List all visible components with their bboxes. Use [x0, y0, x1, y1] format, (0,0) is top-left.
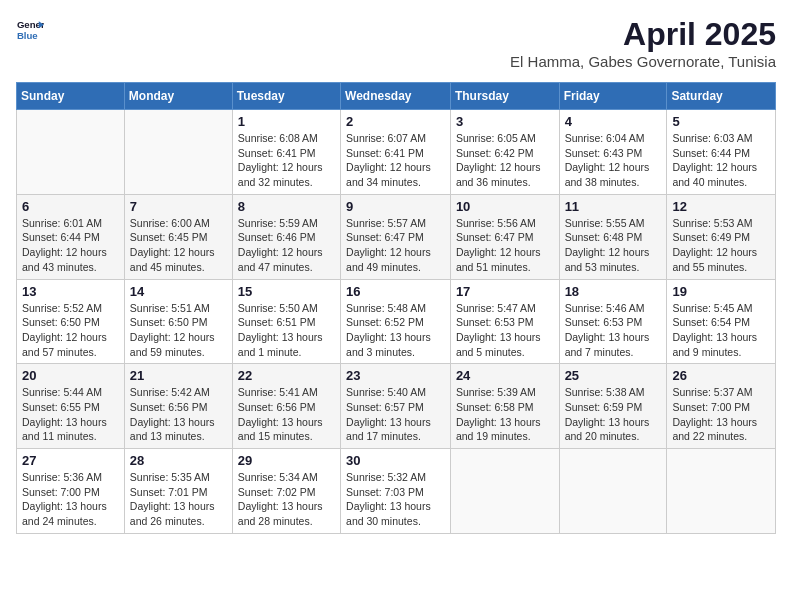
- calendar-cell: 29Sunrise: 5:34 AM Sunset: 7:02 PM Dayli…: [232, 449, 340, 534]
- page-header: General Blue April 2025 El Hamma, Gabes …: [16, 16, 776, 70]
- day-info: Sunrise: 5:35 AM Sunset: 7:01 PM Dayligh…: [130, 470, 227, 529]
- calendar-cell: 16Sunrise: 5:48 AM Sunset: 6:52 PM Dayli…: [341, 279, 451, 364]
- day-number: 8: [238, 199, 335, 214]
- day-info: Sunrise: 5:46 AM Sunset: 6:53 PM Dayligh…: [565, 301, 662, 360]
- calendar-cell: 22Sunrise: 5:41 AM Sunset: 6:56 PM Dayli…: [232, 364, 340, 449]
- day-info: Sunrise: 5:38 AM Sunset: 6:59 PM Dayligh…: [565, 385, 662, 444]
- calendar-cell: 7Sunrise: 6:00 AM Sunset: 6:45 PM Daylig…: [124, 194, 232, 279]
- day-info: Sunrise: 6:07 AM Sunset: 6:41 PM Dayligh…: [346, 131, 445, 190]
- day-number: 28: [130, 453, 227, 468]
- day-number: 23: [346, 368, 445, 383]
- day-info: Sunrise: 5:48 AM Sunset: 6:52 PM Dayligh…: [346, 301, 445, 360]
- day-number: 4: [565, 114, 662, 129]
- calendar-cell: 1Sunrise: 6:08 AM Sunset: 6:41 PM Daylig…: [232, 110, 340, 195]
- day-info: Sunrise: 6:01 AM Sunset: 6:44 PM Dayligh…: [22, 216, 119, 275]
- calendar-cell: 2Sunrise: 6:07 AM Sunset: 6:41 PM Daylig…: [341, 110, 451, 195]
- day-number: 16: [346, 284, 445, 299]
- day-info: Sunrise: 5:41 AM Sunset: 6:56 PM Dayligh…: [238, 385, 335, 444]
- day-info: Sunrise: 6:00 AM Sunset: 6:45 PM Dayligh…: [130, 216, 227, 275]
- day-number: 2: [346, 114, 445, 129]
- day-number: 12: [672, 199, 770, 214]
- day-info: Sunrise: 5:52 AM Sunset: 6:50 PM Dayligh…: [22, 301, 119, 360]
- day-info: Sunrise: 5:47 AM Sunset: 6:53 PM Dayligh…: [456, 301, 554, 360]
- day-info: Sunrise: 5:59 AM Sunset: 6:46 PM Dayligh…: [238, 216, 335, 275]
- calendar-subtitle: El Hamma, Gabes Governorate, Tunisia: [510, 53, 776, 70]
- calendar-cell: 13Sunrise: 5:52 AM Sunset: 6:50 PM Dayli…: [17, 279, 125, 364]
- day-info: Sunrise: 5:50 AM Sunset: 6:51 PM Dayligh…: [238, 301, 335, 360]
- col-header-tuesday: Tuesday: [232, 83, 340, 110]
- calendar-cell: 24Sunrise: 5:39 AM Sunset: 6:58 PM Dayli…: [450, 364, 559, 449]
- calendar-cell: 5Sunrise: 6:03 AM Sunset: 6:44 PM Daylig…: [667, 110, 776, 195]
- calendar-cell: 8Sunrise: 5:59 AM Sunset: 6:46 PM Daylig…: [232, 194, 340, 279]
- calendar-cell: 27Sunrise: 5:36 AM Sunset: 7:00 PM Dayli…: [17, 449, 125, 534]
- day-number: 18: [565, 284, 662, 299]
- day-info: Sunrise: 5:56 AM Sunset: 6:47 PM Dayligh…: [456, 216, 554, 275]
- calendar-cell: 10Sunrise: 5:56 AM Sunset: 6:47 PM Dayli…: [450, 194, 559, 279]
- calendar-cell: 18Sunrise: 5:46 AM Sunset: 6:53 PM Dayli…: [559, 279, 667, 364]
- day-number: 11: [565, 199, 662, 214]
- day-info: Sunrise: 5:39 AM Sunset: 6:58 PM Dayligh…: [456, 385, 554, 444]
- calendar-cell: 6Sunrise: 6:01 AM Sunset: 6:44 PM Daylig…: [17, 194, 125, 279]
- day-number: 27: [22, 453, 119, 468]
- day-info: Sunrise: 5:51 AM Sunset: 6:50 PM Dayligh…: [130, 301, 227, 360]
- calendar-cell: 28Sunrise: 5:35 AM Sunset: 7:01 PM Dayli…: [124, 449, 232, 534]
- calendar-cell: [17, 110, 125, 195]
- day-info: Sunrise: 5:37 AM Sunset: 7:00 PM Dayligh…: [672, 385, 770, 444]
- col-header-wednesday: Wednesday: [341, 83, 451, 110]
- logo: General Blue: [16, 16, 48, 44]
- calendar-cell: 25Sunrise: 5:38 AM Sunset: 6:59 PM Dayli…: [559, 364, 667, 449]
- col-header-saturday: Saturday: [667, 83, 776, 110]
- day-number: 19: [672, 284, 770, 299]
- col-header-friday: Friday: [559, 83, 667, 110]
- day-info: Sunrise: 5:32 AM Sunset: 7:03 PM Dayligh…: [346, 470, 445, 529]
- calendar-week-4: 20Sunrise: 5:44 AM Sunset: 6:55 PM Dayli…: [17, 364, 776, 449]
- calendar-week-3: 13Sunrise: 5:52 AM Sunset: 6:50 PM Dayli…: [17, 279, 776, 364]
- calendar-week-1: 1Sunrise: 6:08 AM Sunset: 6:41 PM Daylig…: [17, 110, 776, 195]
- day-number: 1: [238, 114, 335, 129]
- calendar-cell: 15Sunrise: 5:50 AM Sunset: 6:51 PM Dayli…: [232, 279, 340, 364]
- calendar-table: SundayMondayTuesdayWednesdayThursdayFrid…: [16, 82, 776, 534]
- day-number: 17: [456, 284, 554, 299]
- day-number: 10: [456, 199, 554, 214]
- col-header-monday: Monday: [124, 83, 232, 110]
- calendar-cell: 20Sunrise: 5:44 AM Sunset: 6:55 PM Dayli…: [17, 364, 125, 449]
- day-number: 6: [22, 199, 119, 214]
- day-number: 24: [456, 368, 554, 383]
- calendar-cell: [559, 449, 667, 534]
- day-number: 22: [238, 368, 335, 383]
- day-number: 26: [672, 368, 770, 383]
- col-header-thursday: Thursday: [450, 83, 559, 110]
- day-info: Sunrise: 5:44 AM Sunset: 6:55 PM Dayligh…: [22, 385, 119, 444]
- calendar-cell: 14Sunrise: 5:51 AM Sunset: 6:50 PM Dayli…: [124, 279, 232, 364]
- day-number: 7: [130, 199, 227, 214]
- calendar-cell: [667, 449, 776, 534]
- title-block: April 2025 El Hamma, Gabes Governorate, …: [510, 16, 776, 70]
- calendar-week-5: 27Sunrise: 5:36 AM Sunset: 7:00 PM Dayli…: [17, 449, 776, 534]
- day-number: 29: [238, 453, 335, 468]
- logo-icon: General Blue: [16, 16, 44, 44]
- day-info: Sunrise: 5:36 AM Sunset: 7:00 PM Dayligh…: [22, 470, 119, 529]
- calendar-cell: 17Sunrise: 5:47 AM Sunset: 6:53 PM Dayli…: [450, 279, 559, 364]
- calendar-cell: [124, 110, 232, 195]
- calendar-cell: [450, 449, 559, 534]
- calendar-cell: 9Sunrise: 5:57 AM Sunset: 6:47 PM Daylig…: [341, 194, 451, 279]
- calendar-week-2: 6Sunrise: 6:01 AM Sunset: 6:44 PM Daylig…: [17, 194, 776, 279]
- calendar-cell: 21Sunrise: 5:42 AM Sunset: 6:56 PM Dayli…: [124, 364, 232, 449]
- day-info: Sunrise: 5:34 AM Sunset: 7:02 PM Dayligh…: [238, 470, 335, 529]
- day-number: 20: [22, 368, 119, 383]
- calendar-cell: 30Sunrise: 5:32 AM Sunset: 7:03 PM Dayli…: [341, 449, 451, 534]
- calendar-cell: 3Sunrise: 6:05 AM Sunset: 6:42 PM Daylig…: [450, 110, 559, 195]
- calendar-cell: 26Sunrise: 5:37 AM Sunset: 7:00 PM Dayli…: [667, 364, 776, 449]
- day-info: Sunrise: 6:08 AM Sunset: 6:41 PM Dayligh…: [238, 131, 335, 190]
- day-info: Sunrise: 5:45 AM Sunset: 6:54 PM Dayligh…: [672, 301, 770, 360]
- day-info: Sunrise: 6:03 AM Sunset: 6:44 PM Dayligh…: [672, 131, 770, 190]
- day-number: 21: [130, 368, 227, 383]
- day-info: Sunrise: 5:53 AM Sunset: 6:49 PM Dayligh…: [672, 216, 770, 275]
- day-info: Sunrise: 6:05 AM Sunset: 6:42 PM Dayligh…: [456, 131, 554, 190]
- col-header-sunday: Sunday: [17, 83, 125, 110]
- day-number: 5: [672, 114, 770, 129]
- day-number: 3: [456, 114, 554, 129]
- calendar-title: April 2025: [510, 16, 776, 53]
- calendar-cell: 23Sunrise: 5:40 AM Sunset: 6:57 PM Dayli…: [341, 364, 451, 449]
- day-info: Sunrise: 5:57 AM Sunset: 6:47 PM Dayligh…: [346, 216, 445, 275]
